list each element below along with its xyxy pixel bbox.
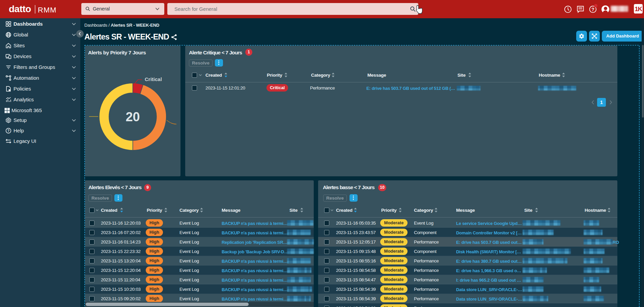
svg-text:?: ? <box>591 7 594 12</box>
svg-text:?: ? <box>7 129 9 133</box>
